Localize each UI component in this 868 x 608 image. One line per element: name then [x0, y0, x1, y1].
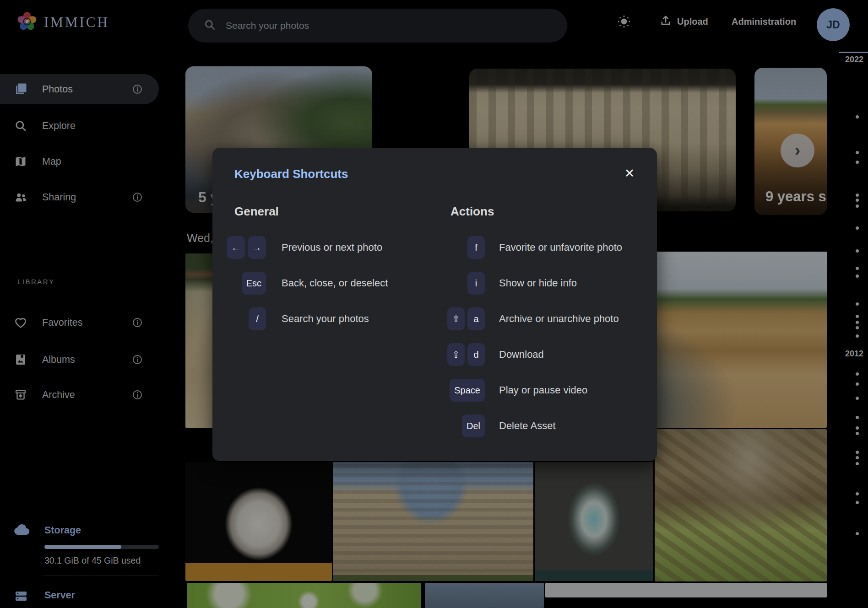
section-heading-general: General: [234, 204, 279, 219]
key-cap: Space: [450, 379, 485, 402]
shortcut-column-actions: f Favorite or unfavorite photo i Show or…: [445, 230, 622, 444]
shortcut-row: ⇧ a Archive or unarchive photo: [445, 301, 622, 337]
key-cap: /: [249, 307, 266, 330]
shortcut-row: i Show or hide info: [445, 265, 622, 301]
shortcut-row: Del Delete Asset: [445, 408, 622, 444]
shortcut-label: Play or pause video: [499, 384, 587, 396]
key-cap: Del: [462, 414, 485, 437]
shortcut-label: Previous or next photo: [282, 242, 382, 253]
modal-title: Keyboard Shortcuts: [234, 167, 348, 181]
shortcut-label: Archive or unarchive photo: [499, 313, 619, 325]
shortcut-row: / Search your photos: [223, 301, 388, 337]
section-heading-actions: Actions: [450, 204, 494, 219]
shortcut-row: ← → Previous or next photo: [223, 230, 388, 265]
keyboard-shortcuts-modal: Keyboard Shortcuts ✕ General Actions ← →…: [212, 148, 657, 461]
key-cap: i: [467, 272, 485, 295]
key-cap: Esc: [242, 272, 266, 295]
key-cap-shift: ⇧: [447, 307, 465, 330]
shortcut-label: Back, close, or deselect: [282, 277, 388, 289]
key-cap: →: [248, 236, 266, 259]
shortcut-label: Show or hide info: [499, 277, 577, 289]
shortcut-row: ⇧ d Download: [445, 337, 622, 372]
shortcut-label: Delete Asset: [499, 420, 556, 432]
shortcut-label: Search your photos: [282, 313, 369, 325]
close-button[interactable]: ✕: [618, 162, 640, 184]
key-cap: d: [467, 343, 485, 366]
key-cap: f: [467, 236, 485, 259]
shortcut-column-general: ← → Previous or next photo Esc Back, clo…: [223, 230, 388, 337]
key-cap: ←: [227, 236, 245, 259]
shortcut-label: Favorite or unfavorite photo: [499, 242, 622, 253]
shortcut-row: f Favorite or unfavorite photo: [445, 230, 622, 265]
shortcut-row: Space Play or pause video: [445, 372, 622, 408]
key-cap: a: [467, 307, 485, 330]
close-icon: ✕: [624, 166, 635, 181]
shortcut-row: Esc Back, close, or deselect: [223, 265, 388, 301]
shortcut-label: Download: [499, 349, 544, 360]
key-cap-shift: ⇧: [447, 343, 465, 366]
